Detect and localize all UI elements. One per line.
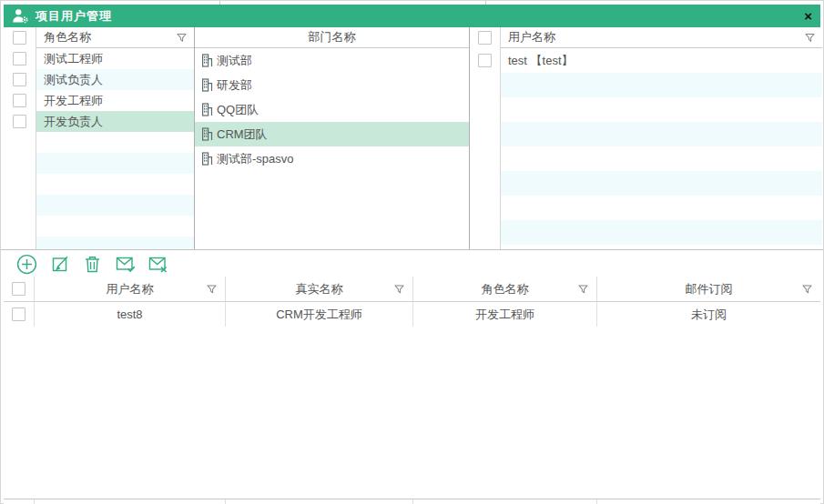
table-select-all-checkbox[interactable] xyxy=(12,282,25,296)
funnel-icon[interactable] xyxy=(802,284,812,294)
envelope-check-icon xyxy=(115,254,137,274)
user-panel-header-label: 用户名称 xyxy=(508,29,805,45)
role-list-item-label: 测试工程师 xyxy=(44,51,103,67)
dialog-titlebar: 项目用户管理 × xyxy=(4,5,820,27)
trash-icon xyxy=(83,254,102,274)
user-list-item-label: test 【test】 xyxy=(508,53,574,69)
building-icon xyxy=(200,127,214,141)
dialog-title: 项目用户管理 xyxy=(36,8,112,25)
funnel-icon[interactable] xyxy=(578,284,588,294)
role-checkbox-list xyxy=(4,48,36,132)
column-header-label: 真实名称 xyxy=(296,281,343,297)
department-list-item[interactable]: 测试部 xyxy=(195,48,469,73)
delete-button[interactable] xyxy=(81,253,104,276)
user-checkbox-list xyxy=(470,48,500,73)
role-row-checkbox[interactable] xyxy=(13,73,26,86)
cell-role: 开发工程师 xyxy=(413,302,597,327)
table-select-all-cell xyxy=(4,277,35,301)
edit-button[interactable] xyxy=(48,253,71,276)
role-list-item-label: 开发工程师 xyxy=(44,93,103,109)
funnel-icon[interactable] xyxy=(394,284,404,294)
column-header-role[interactable]: 角色名称 xyxy=(413,277,597,301)
role-panel-header-label: 角色名称 xyxy=(44,29,177,45)
building-icon xyxy=(200,103,214,116)
department-list-item[interactable]: QQ团队 xyxy=(195,97,469,122)
row-checkbox-cell xyxy=(4,302,35,327)
user-gear-icon xyxy=(12,8,29,24)
funnel-icon[interactable] xyxy=(207,284,217,294)
role-list-item[interactable]: 测试负责人 xyxy=(36,69,194,90)
column-header-label: 角色名称 xyxy=(482,281,529,297)
funnel-icon[interactable] xyxy=(805,33,815,43)
role-select-all-checkbox[interactable] xyxy=(13,31,26,45)
department-panel-header: 部门名称 xyxy=(195,27,469,48)
role-row-checkbox[interactable] xyxy=(13,94,26,107)
cell-mail-subscription: 未订阅 xyxy=(597,302,820,327)
column-header-label: 邮件订阅 xyxy=(686,281,733,297)
role-checkbox-column xyxy=(4,27,36,249)
circle-plus-icon xyxy=(15,253,38,276)
department-list-item[interactable]: 测试部-spasvo xyxy=(195,146,469,171)
role-list: 测试工程师 测试负责人 开发工程师 开发负责人 xyxy=(36,48,194,249)
pencil-square-icon xyxy=(50,254,70,274)
column-header-label: 用户名称 xyxy=(107,281,154,297)
role-list-item-label: 测试负责人 xyxy=(44,72,103,88)
department-list: 测试部 xyxy=(195,48,469,249)
project-user-management-dialog: 项目用户管理 × 角色名称 xyxy=(0,0,824,504)
role-list-item[interactable]: 开发负责人 xyxy=(36,111,194,132)
panels-bottom-border xyxy=(1,249,823,250)
cell-realname: CRM开发工程师 xyxy=(226,302,413,327)
department-list-item-label: QQ团队 xyxy=(217,102,259,118)
department-list-item[interactable]: CRM团队 xyxy=(195,122,469,146)
toolbar xyxy=(4,251,169,277)
user-list: test 【test】 xyxy=(501,48,822,249)
column-header-mail-subscription[interactable]: 邮件订阅 xyxy=(597,277,820,301)
column-header-realname[interactable]: 真实名称 xyxy=(226,277,413,301)
cell-username: test8 xyxy=(35,302,226,327)
role-list-item[interactable]: 开发工程师 xyxy=(36,90,194,111)
user-select-all-checkbox[interactable] xyxy=(478,31,492,45)
role-list-item-label: 开发负责人 xyxy=(44,114,103,130)
building-icon xyxy=(200,78,214,92)
close-icon[interactable]: × xyxy=(804,9,812,23)
user-list-item[interactable]: test 【test】 xyxy=(501,48,822,73)
table-row[interactable]: test8 CRM开发工程师 开发工程师 未订阅 xyxy=(4,302,820,327)
department-panel-header-label: 部门名称 xyxy=(309,29,356,45)
envelope-x-icon xyxy=(148,254,169,274)
selection-panels: 角色名称 测试工程师 测试负责人 开发工程师 xyxy=(4,27,820,249)
user-checkbox-column xyxy=(470,27,501,249)
department-list-item-label: CRM团队 xyxy=(217,126,268,143)
mail-subscribe-button[interactable] xyxy=(114,253,137,276)
user-row-checkbox[interactable] xyxy=(478,54,492,67)
role-row-checkbox[interactable] xyxy=(13,52,26,66)
mail-unsubscribe-button[interactable] xyxy=(147,253,169,276)
add-button[interactable] xyxy=(15,253,38,276)
department-list-item[interactable]: 研发部 xyxy=(195,73,469,97)
table-row-partial xyxy=(4,499,820,504)
user-panel-header: 用户名称 xyxy=(501,27,822,48)
row-checkbox[interactable] xyxy=(12,307,25,321)
building-icon xyxy=(200,54,214,67)
user-table-header: 用户名称 真实名称 角色名称 邮件订阅 xyxy=(4,277,820,302)
role-list-item[interactable]: 测试工程师 xyxy=(36,48,194,69)
role-panel-header: 角色名称 xyxy=(36,27,194,48)
building-icon xyxy=(200,152,214,166)
user-panel: 用户名称 test 【test】 xyxy=(501,27,822,249)
department-list-item-label: 测试部 xyxy=(217,53,252,69)
department-panel: 部门名称 xyxy=(195,27,470,249)
role-panel: 角色名称 测试工程师 测试负责人 开发工程师 xyxy=(36,27,195,249)
department-list-item-label: 研发部 xyxy=(217,77,252,94)
role-row-checkbox[interactable] xyxy=(13,115,26,128)
column-header-username[interactable]: 用户名称 xyxy=(35,277,226,301)
department-list-item-label: 测试部-spasvo xyxy=(217,151,294,167)
funnel-icon[interactable] xyxy=(177,33,187,43)
